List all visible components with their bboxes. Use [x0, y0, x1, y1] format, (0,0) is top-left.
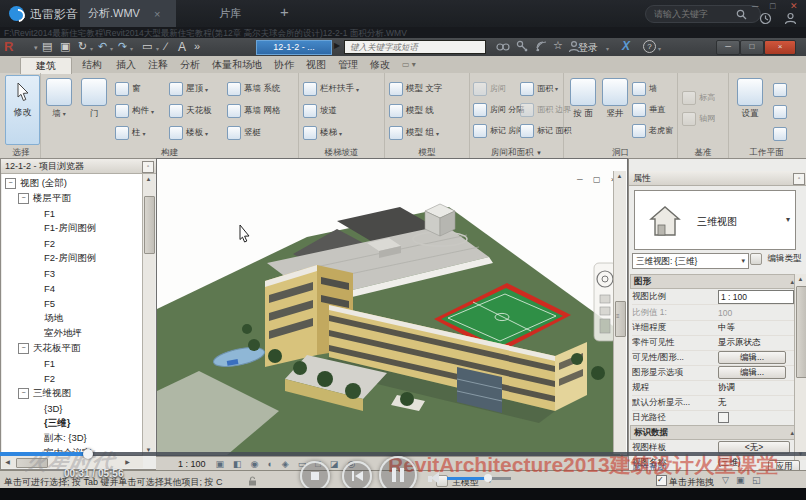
scale-value[interactable]: 1 : 100 — [718, 290, 794, 304]
ceiling-tool[interactable]: 天花板 — [169, 100, 212, 122]
section-identity[interactable]: 标识数据▴ — [630, 425, 799, 440]
shadows-icon[interactable]: ◐ — [267, 459, 272, 469]
analysis-display-value[interactable]: 无 — [718, 397, 727, 409]
sun-path-icon[interactable]: ◉ — [251, 459, 259, 469]
tree-item-outdoor[interactable]: 室外地坪 — [44, 326, 82, 340]
tree-item-views[interactable]: −视图 (全部) — [5, 176, 67, 190]
column-tool[interactable]: 柱▾ — [115, 122, 154, 144]
save-icon[interactable]: ▣ — [60, 40, 70, 53]
tree-item-f5[interactable]: F5 — [44, 296, 55, 310]
project-browser-title[interactable]: 12-1-2 - 项目浏览器 — [1, 159, 156, 174]
text-tool-icon[interactable]: A — [178, 40, 186, 54]
undo-icon[interactable]: ↶ — [98, 40, 107, 53]
sun-path-checkbox[interactable] — [718, 412, 729, 423]
tab-structure[interactable]: 结构 — [76, 57, 108, 73]
panel-label-workplane[interactable]: 工作平面 — [729, 146, 804, 158]
floor-tool[interactable]: 楼板▾ — [169, 122, 212, 144]
component-tool[interactable]: 构件▾ — [115, 100, 154, 122]
tree-item-floorplans[interactable]: −楼层平面 — [18, 191, 71, 205]
player-close-button[interactable]: ✕ — [790, 1, 798, 11]
discipline-value[interactable]: 协调 — [718, 382, 735, 394]
signin-caret-icon[interactable]: ▾ — [606, 45, 609, 52]
tab-modify[interactable]: 修改 — [366, 57, 394, 73]
mullion-tool[interactable]: 竖梃 — [227, 122, 280, 144]
tree-item-ceilingplans[interactable]: −天花板平面 — [18, 341, 81, 355]
player-search-input[interactable] — [652, 8, 736, 20]
tree-item-3d-current[interactable]: {三维} — [44, 416, 70, 430]
new-tab-button[interactable]: + — [280, 3, 289, 20]
model-line-tool[interactable]: 模型 线 — [389, 100, 442, 122]
tree-item-ceiling-f1[interactable]: F1 — [44, 356, 55, 370]
curtain-grid-tool[interactable]: 幕墙 网格 — [227, 100, 280, 122]
ribbon-collapse-icon[interactable]: ▭ ▾ — [402, 60, 416, 69]
measure-caret-icon[interactable]: ▾ — [156, 45, 159, 52]
render-icon[interactable]: ◈ — [282, 459, 289, 469]
type-selector[interactable]: 三维视图 ▾ — [634, 190, 796, 250]
signin-label[interactable]: 登录 — [578, 41, 598, 55]
binoculars-search-icon[interactable] — [496, 40, 510, 53]
player-search[interactable] — [645, 5, 761, 23]
display-options-edit-button[interactable]: 编辑... — [718, 366, 786, 379]
orbit-icon[interactable] — [600, 319, 610, 333]
previous-button[interactable] — [342, 461, 372, 491]
panel-label-room-area[interactable]: 房间和面积 ▼ — [470, 146, 563, 158]
tab-massing-site[interactable]: 体量和场地 — [208, 57, 266, 73]
help-caret-icon[interactable]: ▾ — [658, 45, 661, 52]
panel-label-datum[interactable]: 基准 — [678, 146, 728, 158]
player-minimize-button[interactable]: ─ — [752, 1, 758, 11]
revit-maximize-button[interactable]: □ — [740, 40, 764, 55]
revit-close-button[interactable]: × — [764, 40, 796, 55]
ref-plane-tool[interactable] — [773, 101, 790, 123]
sync-caret-icon[interactable]: ▾ — [90, 45, 93, 52]
panel-label-select[interactable]: 选择 — [2, 146, 40, 158]
panel-label-build[interactable]: 构建 — [41, 146, 298, 158]
tab-analyze[interactable]: 分析 — [176, 57, 204, 73]
redo-caret-icon[interactable]: ▾ — [130, 45, 133, 52]
view-scale[interactable]: 1 : 100 — [178, 459, 206, 469]
revit-logo-caret-icon[interactable]: ▾ — [34, 44, 38, 52]
tree-item-f1[interactable]: F1 — [44, 206, 55, 220]
dimension-icon[interactable]: ∕ — [165, 40, 167, 52]
lock-icon[interactable] — [248, 476, 257, 486]
favorites-star-icon[interactable]: ☆ — [553, 39, 563, 52]
tree-item-f3[interactable]: F3 — [44, 266, 55, 280]
section-graphics[interactable]: 图形▴ — [630, 274, 799, 289]
player-brand[interactable]: 迅雷影音 — [30, 6, 78, 23]
temporary-hide-icon[interactable]: ◪ — [330, 459, 339, 469]
tab-analysis-wmv[interactable]: 分析.WMV × — [80, 0, 176, 27]
revit-minimize-button[interactable]: ─ — [716, 40, 740, 55]
vg-edit-button[interactable]: 编辑... — [718, 351, 786, 364]
search-icon[interactable] — [736, 9, 747, 20]
tab-architecture[interactable]: 建筑 — [20, 57, 72, 74]
curtain-system-tool[interactable]: 幕墙 系统 — [227, 78, 280, 100]
show-workplane-tool[interactable] — [773, 79, 790, 101]
ramp-tool[interactable]: 坡道 — [303, 100, 359, 122]
browser-vscrollbar[interactable]: ▲ ▼ — [142, 174, 155, 456]
model-text-tool[interactable]: 模型 文字 — [389, 78, 442, 100]
wall-opening-tool[interactable]: 墙 — [632, 78, 673, 99]
roof-tool[interactable]: 屋顶▾ — [169, 78, 212, 100]
set-workplane-tool[interactable]: 设置 — [735, 76, 765, 142]
browser-close-icon[interactable]: ▫ — [142, 161, 154, 173]
history-clock-icon[interactable] — [759, 12, 772, 25]
tree-item-f1-legend[interactable]: F1-房间图例 — [44, 221, 96, 235]
infocenter-search[interactable] — [344, 40, 486, 54]
tree-item-f2[interactable]: F2 — [44, 236, 55, 250]
door-tool[interactable]: 门 — [79, 76, 109, 142]
level-tool[interactable]: 标高 — [682, 87, 715, 108]
volume-slider-handle[interactable] — [484, 474, 492, 482]
document-title[interactable]: 12-1-2 - ... — [256, 40, 332, 55]
revit-logo[interactable]: R — [4, 39, 34, 54]
tree-item-site[interactable]: 场地 — [44, 311, 63, 325]
tab-annotate[interactable]: 注释 — [144, 57, 172, 73]
opening-by-face-tool[interactable]: 按 面 — [568, 76, 598, 142]
wall-tool[interactable]: 墙▾ — [44, 76, 74, 142]
seek-bar-handle[interactable] — [83, 449, 93, 459]
open-icon[interactable]: ▤ — [42, 40, 52, 53]
measure-icon[interactable]: ▭ — [142, 40, 152, 53]
tab-close-icon[interactable]: × — [154, 8, 160, 20]
parts-visibility-value[interactable]: 显示原状态 — [718, 337, 761, 349]
stair-tool[interactable]: 楼梯▾ — [303, 122, 359, 144]
type-caret-icon[interactable]: ▾ — [786, 215, 790, 224]
window-tool[interactable]: 窗 — [115, 78, 154, 100]
